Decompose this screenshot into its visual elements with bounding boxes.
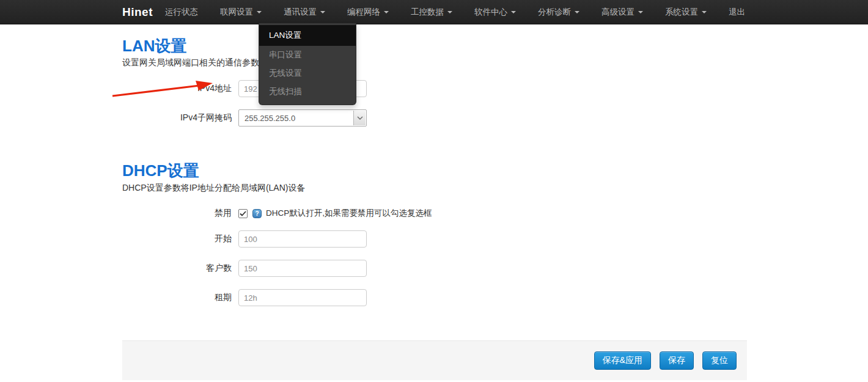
dhcp-lease-label: 租期 bbox=[122, 292, 238, 303]
nav-item-run-status[interactable]: 运行状态 bbox=[154, 0, 209, 24]
dhcp-lease-row: 租期 bbox=[122, 289, 367, 306]
lan-section-subtitle: 设置网关局域网端口相关的通信参数 bbox=[122, 57, 259, 68]
annotation-arrow-icon bbox=[108, 78, 225, 102]
caret-down-icon bbox=[257, 11, 262, 13]
ipv4-netmask-row: IPv4子网掩码 255.255.255.0 bbox=[122, 109, 367, 127]
save-apply-button[interactable]: 保存&应用 bbox=[594, 351, 651, 370]
dhcp-section-title: DHCP设置 bbox=[122, 160, 199, 182]
nav-item-label: 通讯设置 bbox=[284, 7, 317, 18]
ipv4-netmask-label: IPv4子网掩码 bbox=[122, 112, 238, 123]
dhcp-start-label: 开始 bbox=[122, 233, 238, 244]
reset-button[interactable]: 复位 bbox=[702, 351, 737, 370]
nav-menu: 运行状态 联网设置 通讯设置 编程网络 工控数据 软件中心 分析诊断 高级设置 … bbox=[154, 0, 756, 24]
nav-item-comm-settings[interactable]: 通讯设置 bbox=[273, 0, 336, 24]
dhcp-disable-hint: DHCP默认打开,如果需要禁用可以勾选复选框 bbox=[266, 208, 432, 219]
nav-item-advanced-settings[interactable]: 高级设置 bbox=[590, 0, 654, 24]
nav-item-logout[interactable]: 退出 bbox=[718, 0, 756, 24]
caret-down-icon bbox=[575, 11, 579, 13]
nav-item-analysis-diagnosis[interactable]: 分析诊断 bbox=[527, 0, 590, 24]
nav-item-programming-network[interactable]: 编程网络 bbox=[336, 0, 400, 24]
checkmark-icon bbox=[240, 211, 246, 216]
nav-item-label: 编程网络 bbox=[347, 7, 380, 18]
dhcp-start-input[interactable] bbox=[238, 230, 367, 248]
caret-down-icon bbox=[638, 11, 643, 13]
caret-down-icon bbox=[702, 11, 707, 13]
nav-item-label: 软件中心 bbox=[474, 7, 507, 18]
dropdown-item-wireless-scan[interactable]: 无线扫描 bbox=[259, 83, 356, 101]
caret-down-icon bbox=[511, 11, 516, 13]
dhcp-start-row: 开始 bbox=[122, 230, 367, 248]
nav-item-label: 分析诊断 bbox=[538, 7, 571, 18]
footer-buttons: 保存&应用 保存 复位 bbox=[594, 351, 737, 370]
dhcp-clients-row: 客户数 bbox=[122, 260, 367, 277]
nav-item-software-center[interactable]: 软件中心 bbox=[463, 0, 527, 24]
nav-item-system-settings[interactable]: 系统设置 bbox=[654, 0, 718, 24]
dropdown-item-serial-settings[interactable]: 串口设置 bbox=[259, 46, 356, 64]
nav-item-label: 运行状态 bbox=[165, 7, 198, 18]
brand-logo[interactable]: Hinet bbox=[122, 0, 153, 24]
nav-item-label: 工控数据 bbox=[411, 7, 444, 18]
dropdown-item-lan-settings[interactable]: LAN设置 bbox=[259, 25, 356, 46]
dropdown-item-wireless-settings[interactable]: 无线设置 bbox=[259, 64, 356, 83]
caret-down-icon bbox=[384, 11, 389, 13]
caret-down-icon bbox=[447, 11, 452, 13]
nav-item-label: 系统设置 bbox=[665, 7, 698, 18]
save-button[interactable]: 保存 bbox=[660, 351, 694, 370]
caret-down-icon bbox=[320, 11, 325, 13]
help-icon[interactable]: ? bbox=[252, 209, 262, 218]
lan-section-title: LAN设置 bbox=[122, 35, 186, 57]
nav-item-label: 高级设置 bbox=[601, 7, 634, 18]
dhcp-disable-row: 禁用 ? DHCP默认打开,如果需要禁用可以勾选复选框 bbox=[122, 205, 432, 222]
dhcp-section-subtitle: DHCP设置参数将IP地址分配给局域网(LAN)设备 bbox=[122, 183, 305, 194]
nav-item-network-settings[interactable]: 联网设置 bbox=[209, 0, 273, 24]
dhcp-clients-label: 客户数 bbox=[122, 263, 238, 274]
dhcp-clients-input[interactable] bbox=[238, 260, 367, 277]
nav-item-label: 退出 bbox=[729, 7, 745, 18]
ipv4-netmask-value: 255.255.255.0 bbox=[239, 114, 295, 123]
top-navbar: Hinet 运行状态 联网设置 通讯设置 编程网络 工控数据 软件中心 分析诊断… bbox=[0, 0, 868, 24]
ipv4-netmask-select[interactable]: 255.255.255.0 bbox=[238, 109, 367, 127]
dhcp-disable-label: 禁用 bbox=[122, 208, 238, 219]
chevron-down-icon bbox=[353, 111, 366, 125]
dhcp-disable-checkbox[interactable] bbox=[238, 209, 248, 218]
footer-action-bar: 保存&应用 保存 复位 bbox=[122, 340, 747, 380]
nav-item-label: 联网设置 bbox=[220, 7, 253, 18]
dhcp-lease-input[interactable] bbox=[238, 289, 367, 306]
comm-settings-dropdown: LAN设置 串口设置 无线设置 无线扫描 bbox=[259, 23, 356, 105]
nav-item-industrial-data[interactable]: 工控数据 bbox=[400, 0, 463, 24]
